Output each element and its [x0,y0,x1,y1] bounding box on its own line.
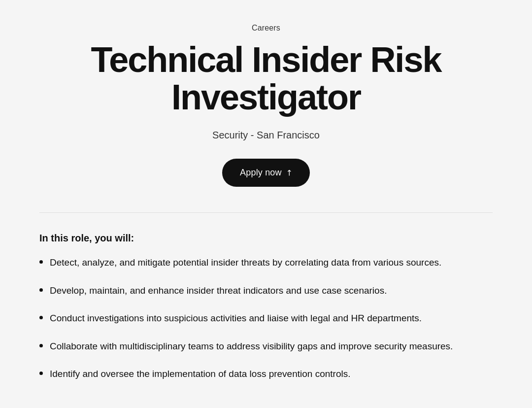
careers-label: Careers [39,24,493,33]
apply-button-container: Apply now ↗ [39,159,493,187]
responsibilities-list: Detect, analyze, and mitigate potential … [39,256,493,381]
bullet-text: Identify and oversee the implementation … [50,367,493,381]
list-item: Collaborate with multidisciplinary teams… [39,340,493,354]
bullet-dot-icon [39,344,43,347]
bullet-dot-icon [39,260,43,264]
list-item: Conduct investigations into suspicious a… [39,311,493,326]
list-item: Detect, analyze, and mitigate potential … [39,256,493,270]
bullet-text: Conduct investigations into suspicious a… [50,311,493,326]
divider [39,212,493,213]
bullet-text: Detect, analyze, and mitigate potential … [50,256,493,270]
bullet-dot-icon [39,372,43,375]
bullet-text: Develop, maintain, and enhance insider t… [50,284,493,298]
job-subtitle: Security - San Francisco [39,130,493,141]
bullet-dot-icon [39,316,43,319]
role-section-heading: In this role, you will: [39,233,493,244]
bullet-text: Collaborate with multidisciplinary teams… [50,340,493,354]
apply-now-button[interactable]: Apply now ↗ [222,159,310,187]
list-item: Develop, maintain, and enhance insider t… [39,284,493,298]
bullet-dot-icon [39,288,43,292]
apply-button-label: Apply now [240,168,282,178]
page-container: Careers Technical Insider Risk Investiga… [0,0,532,408]
list-item: Identify and oversee the implementation … [39,367,493,381]
job-title: Technical Insider Risk Investigator [39,41,493,116]
arrow-icon: ↗ [283,167,295,178]
